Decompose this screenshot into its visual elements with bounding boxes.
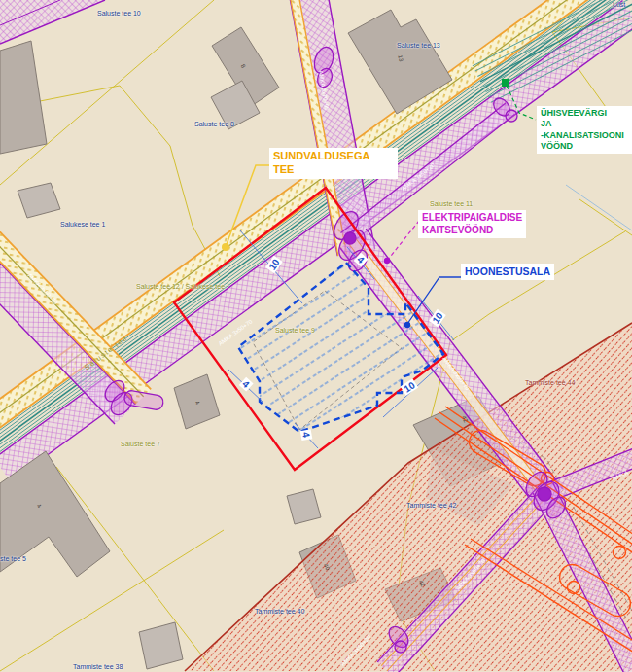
map-drawing <box>0 0 632 672</box>
map-canvas[interactable]: Saluste tee 10 Saluste tee 13 Saluste te… <box>0 0 632 672</box>
cable-anchor-dot <box>384 258 390 264</box>
water-anchor-dot <box>502 79 509 87</box>
road-anchor-dot <box>222 243 229 251</box>
area-anchor-dot <box>404 322 410 328</box>
